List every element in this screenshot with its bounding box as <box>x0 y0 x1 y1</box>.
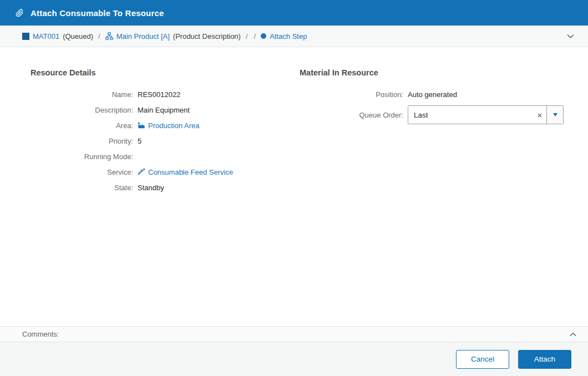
area-value: Production Area <box>138 121 300 130</box>
breadcrumb-item-product[interactable]: Main Product [A] (Product Description) <box>105 32 241 40</box>
service-link[interactable]: Consumable Feed Service <box>138 168 233 176</box>
field-row-queue-order: Queue Order: Last × <box>300 105 577 124</box>
area-link[interactable]: Production Area <box>138 121 200 130</box>
cancel-button[interactable]: Cancel <box>456 350 509 369</box>
breadcrumb-separator: / <box>254 32 256 40</box>
chevron-up-icon <box>569 331 577 338</box>
breadcrumb-separator: / <box>246 32 248 40</box>
step-name[interactable]: Attach Step <box>270 32 307 40</box>
field-row-position: Position: Auto generated <box>300 87 577 102</box>
footer-action-bar: Cancel Attach <box>0 342 588 376</box>
pipette-icon <box>138 168 145 176</box>
field-row-area: Area: Production Area <box>31 118 300 133</box>
page-title: Attach Consumable To Resource <box>31 8 164 18</box>
breadcrumb-collapse-button[interactable] <box>564 30 577 43</box>
comments-label: Comments: <box>22 330 59 338</box>
queue-order-input[interactable]: Last <box>408 106 533 124</box>
field-row-state: State: Standby <box>31 180 300 195</box>
priority-label: Priority: <box>31 137 133 145</box>
product-description: (Product Description) <box>173 32 241 40</box>
material-state: (Queued) <box>63 32 93 40</box>
service-value: Consumable Feed Service <box>138 168 300 176</box>
paperclip-icon <box>16 9 24 17</box>
state-label: State: <box>31 184 133 192</box>
breadcrumb-separator: / <box>98 32 100 40</box>
field-row-name: Name: RES0012022 <box>31 87 300 102</box>
name-label: Name: <box>31 90 133 99</box>
breadcrumb-item-step[interactable]: Attach Step <box>261 32 307 40</box>
queue-order-field: Last × <box>408 105 577 124</box>
queue-order-combobox[interactable]: Last × <box>408 105 564 124</box>
breadcrumb: MAT001 (Queued) / Main Product [A] (Prod… <box>0 26 588 47</box>
resource-details-heading: Resource Details <box>31 68 300 77</box>
queue-order-label: Queue Order: <box>300 111 403 119</box>
field-row-priority: Priority: 5 <box>31 133 300 149</box>
field-row-running-mode: Running Mode: <box>31 149 300 164</box>
product-name[interactable]: Main Product [A] <box>116 32 170 40</box>
material-in-resource-section: Material In Resource Position: Auto gene… <box>300 68 577 326</box>
material-name[interactable]: MAT001 <box>33 32 59 40</box>
step-circle-icon <box>261 33 266 39</box>
position-label: Position: <box>300 90 403 99</box>
description-label: Description: <box>31 106 133 114</box>
factory-icon <box>138 121 145 129</box>
main-content: Resource Details Name: RES0012022 Descri… <box>0 47 588 326</box>
chevron-down-icon <box>566 32 575 40</box>
name-value: RES0012022 <box>138 90 300 99</box>
position-value: Auto generated <box>408 90 577 99</box>
caret-down-icon <box>553 113 557 116</box>
service-label: Service: <box>31 168 133 176</box>
service-link-label: Consumable Feed Service <box>148 168 233 176</box>
priority-value: 5 <box>138 137 300 145</box>
field-row-description: Description: Main Equipment <box>31 102 300 118</box>
area-link-label: Production Area <box>148 121 200 130</box>
material-icon <box>22 33 29 40</box>
queue-order-dropdown-button[interactable] <box>546 106 563 124</box>
product-icon <box>105 32 113 40</box>
comments-toggle-button[interactable] <box>568 329 578 339</box>
running-mode-label: Running Mode: <box>31 153 133 161</box>
state-value: Standby <box>138 184 300 192</box>
material-in-resource-heading: Material In Resource <box>300 68 577 77</box>
area-label: Area: <box>31 121 133 130</box>
resource-details-section: Resource Details Name: RES0012022 Descri… <box>31 68 300 326</box>
breadcrumb-item-material[interactable]: MAT001 (Queued) <box>22 32 93 40</box>
description-value: Main Equipment <box>138 106 300 114</box>
clear-x-icon[interactable]: × <box>533 106 546 124</box>
title-bar: Attach Consumable To Resource <box>0 0 588 26</box>
attach-button[interactable]: Attach <box>518 350 571 369</box>
comments-panel-header[interactable]: Comments: <box>0 326 588 342</box>
field-row-service: Service: Consumable Feed Service <box>31 164 300 180</box>
